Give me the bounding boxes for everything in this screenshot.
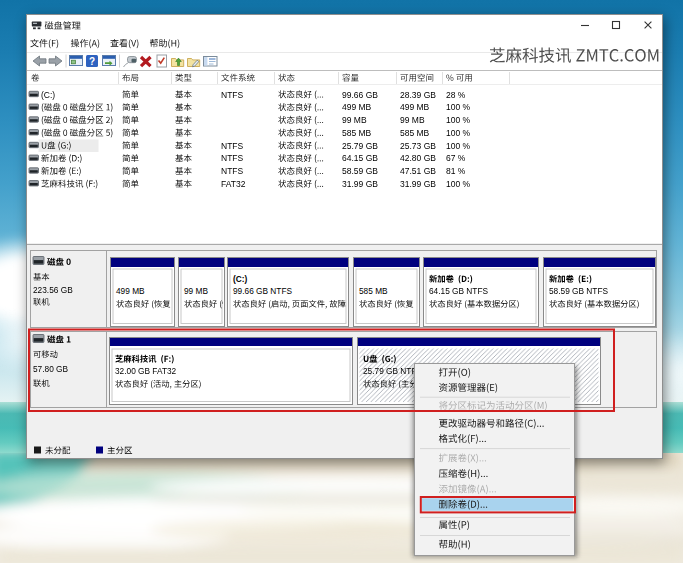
svg-text:28 %: 28 % xyxy=(446,90,466,100)
svg-text:100 %: 100 % xyxy=(446,102,471,112)
svg-text:585 MB: 585 MB xyxy=(359,286,388,296)
svg-text:100 %: 100 % xyxy=(446,179,471,189)
svg-text:64.15 GB NTFS: 64.15 GB NTFS xyxy=(429,286,488,296)
svg-text:58.59 GB NTFS: 58.59 GB NTFS xyxy=(549,286,608,296)
svg-text:99 MB: 99 MB xyxy=(400,115,425,125)
svg-text:99 MB: 99 MB xyxy=(184,286,208,296)
svg-text:28.39 GB: 28.39 GB xyxy=(400,90,436,100)
svg-text:99.66 GB: 99.66 GB xyxy=(342,90,378,100)
svg-text:100 %: 100 % xyxy=(446,115,471,125)
svg-text:25.73 GB: 25.73 GB xyxy=(400,141,436,151)
svg-text:FAT32: FAT32 xyxy=(221,179,246,189)
svg-text:NTFS: NTFS xyxy=(221,141,244,151)
svg-text:99 MB: 99 MB xyxy=(342,115,367,125)
svg-text:32.00 GB FAT32: 32.00 GB FAT32 xyxy=(115,366,177,376)
svg-text:585 MB: 585 MB xyxy=(342,128,372,138)
svg-text:(C:): (C:) xyxy=(233,274,248,284)
svg-text:100 %: 100 % xyxy=(446,141,471,151)
svg-text:499 MB: 499 MB xyxy=(342,102,372,112)
svg-text:57.80 GB: 57.80 GB xyxy=(33,364,69,374)
svg-text:81 %: 81 % xyxy=(446,166,466,176)
svg-text:64.15 GB: 64.15 GB xyxy=(342,153,378,163)
svg-text:499 MB: 499 MB xyxy=(116,286,145,296)
svg-text:NTFS: NTFS xyxy=(221,90,244,100)
svg-text:100 %: 100 % xyxy=(446,128,471,138)
svg-text:585 MB: 585 MB xyxy=(400,128,430,138)
svg-text:47.51 GB: 47.51 GB xyxy=(400,166,436,176)
svg-text:58.59 GB: 58.59 GB xyxy=(342,166,378,176)
svg-text:NTFS: NTFS xyxy=(221,166,244,176)
svg-text:?: ? xyxy=(89,56,95,67)
svg-text:31.99 GB: 31.99 GB xyxy=(342,179,378,189)
svg-text:NTFS: NTFS xyxy=(221,153,244,163)
svg-text:67 %: 67 % xyxy=(446,153,466,163)
svg-text:31.99 GB: 31.99 GB xyxy=(400,179,436,189)
svg-text:99.66 GB NTFS: 99.66 GB NTFS xyxy=(233,286,292,296)
svg-text:42.80 GB: 42.80 GB xyxy=(400,153,436,163)
svg-text:(C:): (C:) xyxy=(41,90,55,100)
svg-text:25.79 GB: 25.79 GB xyxy=(342,141,378,151)
svg-text:223.56 GB: 223.56 GB xyxy=(33,285,73,295)
svg-text:499 MB: 499 MB xyxy=(400,102,430,112)
